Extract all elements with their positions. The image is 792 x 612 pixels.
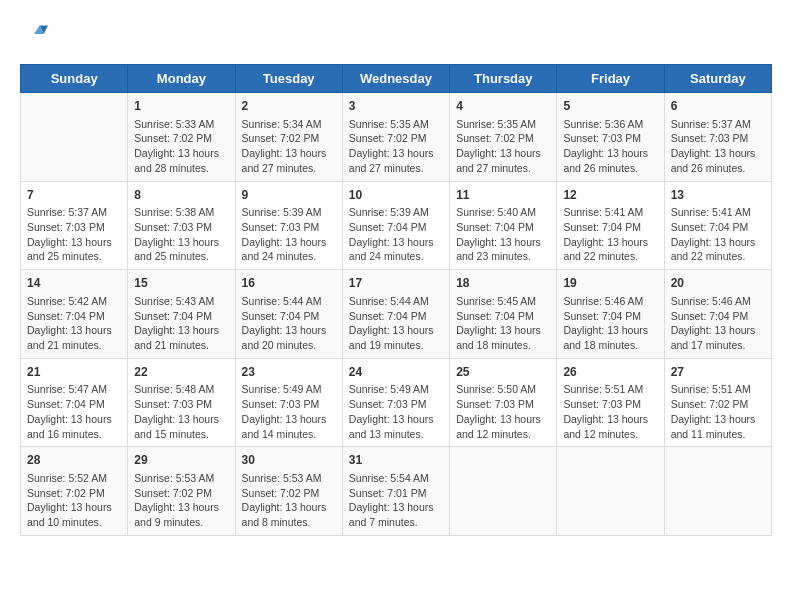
weekday-header-thursday: Thursday <box>450 65 557 93</box>
cell-content: Sunrise: 5:34 AMSunset: 7:02 PMDaylight:… <box>242 117 336 176</box>
calendar-cell: 1Sunrise: 5:33 AMSunset: 7:02 PMDaylight… <box>128 93 235 182</box>
day-number: 13 <box>671 187 765 204</box>
weekday-header-saturday: Saturday <box>664 65 771 93</box>
calendar-cell: 27Sunrise: 5:51 AMSunset: 7:02 PMDayligh… <box>664 358 771 447</box>
calendar-header: SundayMondayTuesdayWednesdayThursdayFrid… <box>21 65 772 93</box>
cell-content: Sunrise: 5:37 AMSunset: 7:03 PMDaylight:… <box>27 205 121 264</box>
logo <box>20 20 52 48</box>
day-number: 17 <box>349 275 443 292</box>
day-number: 18 <box>456 275 550 292</box>
calendar-cell: 11Sunrise: 5:40 AMSunset: 7:04 PMDayligh… <box>450 181 557 270</box>
calendar-cell: 7Sunrise: 5:37 AMSunset: 7:03 PMDaylight… <box>21 181 128 270</box>
calendar-cell: 5Sunrise: 5:36 AMSunset: 7:03 PMDaylight… <box>557 93 664 182</box>
calendar-cell: 14Sunrise: 5:42 AMSunset: 7:04 PMDayligh… <box>21 270 128 359</box>
cell-content: Sunrise: 5:44 AMSunset: 7:04 PMDaylight:… <box>349 294 443 353</box>
weekday-header-tuesday: Tuesday <box>235 65 342 93</box>
calendar-cell: 31Sunrise: 5:54 AMSunset: 7:01 PMDayligh… <box>342 447 449 536</box>
cell-content: Sunrise: 5:44 AMSunset: 7:04 PMDaylight:… <box>242 294 336 353</box>
cell-content: Sunrise: 5:46 AMSunset: 7:04 PMDaylight:… <box>563 294 657 353</box>
calendar-cell: 15Sunrise: 5:43 AMSunset: 7:04 PMDayligh… <box>128 270 235 359</box>
day-number: 27 <box>671 364 765 381</box>
cell-content: Sunrise: 5:49 AMSunset: 7:03 PMDaylight:… <box>242 382 336 441</box>
calendar-cell <box>557 447 664 536</box>
calendar-cell: 18Sunrise: 5:45 AMSunset: 7:04 PMDayligh… <box>450 270 557 359</box>
day-number: 8 <box>134 187 228 204</box>
day-number: 25 <box>456 364 550 381</box>
day-number: 15 <box>134 275 228 292</box>
calendar-body: 1Sunrise: 5:33 AMSunset: 7:02 PMDaylight… <box>21 93 772 536</box>
day-number: 21 <box>27 364 121 381</box>
calendar-cell: 10Sunrise: 5:39 AMSunset: 7:04 PMDayligh… <box>342 181 449 270</box>
calendar-week-4: 21Sunrise: 5:47 AMSunset: 7:04 PMDayligh… <box>21 358 772 447</box>
cell-content: Sunrise: 5:51 AMSunset: 7:02 PMDaylight:… <box>671 382 765 441</box>
cell-content: Sunrise: 5:47 AMSunset: 7:04 PMDaylight:… <box>27 382 121 441</box>
day-number: 24 <box>349 364 443 381</box>
day-number: 30 <box>242 452 336 469</box>
cell-content: Sunrise: 5:50 AMSunset: 7:03 PMDaylight:… <box>456 382 550 441</box>
calendar-cell: 9Sunrise: 5:39 AMSunset: 7:03 PMDaylight… <box>235 181 342 270</box>
cell-content: Sunrise: 5:38 AMSunset: 7:03 PMDaylight:… <box>134 205 228 264</box>
cell-content: Sunrise: 5:49 AMSunset: 7:03 PMDaylight:… <box>349 382 443 441</box>
calendar-cell: 26Sunrise: 5:51 AMSunset: 7:03 PMDayligh… <box>557 358 664 447</box>
calendar-week-3: 14Sunrise: 5:42 AMSunset: 7:04 PMDayligh… <box>21 270 772 359</box>
logo-icon <box>20 20 48 48</box>
weekday-header-friday: Friday <box>557 65 664 93</box>
calendar-cell: 3Sunrise: 5:35 AMSunset: 7:02 PMDaylight… <box>342 93 449 182</box>
cell-content: Sunrise: 5:40 AMSunset: 7:04 PMDaylight:… <box>456 205 550 264</box>
calendar-cell: 19Sunrise: 5:46 AMSunset: 7:04 PMDayligh… <box>557 270 664 359</box>
day-number: 1 <box>134 98 228 115</box>
day-number: 29 <box>134 452 228 469</box>
calendar-cell: 29Sunrise: 5:53 AMSunset: 7:02 PMDayligh… <box>128 447 235 536</box>
weekday-header-monday: Monday <box>128 65 235 93</box>
day-number: 14 <box>27 275 121 292</box>
calendar-cell: 24Sunrise: 5:49 AMSunset: 7:03 PMDayligh… <box>342 358 449 447</box>
cell-content: Sunrise: 5:53 AMSunset: 7:02 PMDaylight:… <box>242 471 336 530</box>
day-number: 6 <box>671 98 765 115</box>
day-number: 28 <box>27 452 121 469</box>
cell-content: Sunrise: 5:48 AMSunset: 7:03 PMDaylight:… <box>134 382 228 441</box>
cell-content: Sunrise: 5:41 AMSunset: 7:04 PMDaylight:… <box>671 205 765 264</box>
calendar-cell <box>450 447 557 536</box>
calendar-table: SundayMondayTuesdayWednesdayThursdayFrid… <box>20 64 772 536</box>
day-number: 12 <box>563 187 657 204</box>
calendar-cell: 21Sunrise: 5:47 AMSunset: 7:04 PMDayligh… <box>21 358 128 447</box>
day-number: 23 <box>242 364 336 381</box>
calendar-cell: 22Sunrise: 5:48 AMSunset: 7:03 PMDayligh… <box>128 358 235 447</box>
cell-content: Sunrise: 5:51 AMSunset: 7:03 PMDaylight:… <box>563 382 657 441</box>
cell-content: Sunrise: 5:52 AMSunset: 7:02 PMDaylight:… <box>27 471 121 530</box>
day-number: 22 <box>134 364 228 381</box>
day-number: 3 <box>349 98 443 115</box>
day-number: 2 <box>242 98 336 115</box>
cell-content: Sunrise: 5:45 AMSunset: 7:04 PMDaylight:… <box>456 294 550 353</box>
calendar-cell <box>664 447 771 536</box>
page-header <box>20 20 772 48</box>
weekday-header-wednesday: Wednesday <box>342 65 449 93</box>
cell-content: Sunrise: 5:36 AMSunset: 7:03 PMDaylight:… <box>563 117 657 176</box>
cell-content: Sunrise: 5:39 AMSunset: 7:03 PMDaylight:… <box>242 205 336 264</box>
day-number: 11 <box>456 187 550 204</box>
cell-content: Sunrise: 5:41 AMSunset: 7:04 PMDaylight:… <box>563 205 657 264</box>
calendar-cell: 20Sunrise: 5:46 AMSunset: 7:04 PMDayligh… <box>664 270 771 359</box>
calendar-week-5: 28Sunrise: 5:52 AMSunset: 7:02 PMDayligh… <box>21 447 772 536</box>
cell-content: Sunrise: 5:42 AMSunset: 7:04 PMDaylight:… <box>27 294 121 353</box>
cell-content: Sunrise: 5:39 AMSunset: 7:04 PMDaylight:… <box>349 205 443 264</box>
cell-content: Sunrise: 5:53 AMSunset: 7:02 PMDaylight:… <box>134 471 228 530</box>
cell-content: Sunrise: 5:46 AMSunset: 7:04 PMDaylight:… <box>671 294 765 353</box>
cell-content: Sunrise: 5:43 AMSunset: 7:04 PMDaylight:… <box>134 294 228 353</box>
weekday-row: SundayMondayTuesdayWednesdayThursdayFrid… <box>21 65 772 93</box>
calendar-week-2: 7Sunrise: 5:37 AMSunset: 7:03 PMDaylight… <box>21 181 772 270</box>
cell-content: Sunrise: 5:33 AMSunset: 7:02 PMDaylight:… <box>134 117 228 176</box>
day-number: 7 <box>27 187 121 204</box>
calendar-cell: 30Sunrise: 5:53 AMSunset: 7:02 PMDayligh… <box>235 447 342 536</box>
day-number: 9 <box>242 187 336 204</box>
calendar-cell: 13Sunrise: 5:41 AMSunset: 7:04 PMDayligh… <box>664 181 771 270</box>
calendar-cell: 4Sunrise: 5:35 AMSunset: 7:02 PMDaylight… <box>450 93 557 182</box>
calendar-cell <box>21 93 128 182</box>
cell-content: Sunrise: 5:35 AMSunset: 7:02 PMDaylight:… <box>456 117 550 176</box>
calendar-cell: 12Sunrise: 5:41 AMSunset: 7:04 PMDayligh… <box>557 181 664 270</box>
calendar-cell: 17Sunrise: 5:44 AMSunset: 7:04 PMDayligh… <box>342 270 449 359</box>
calendar-cell: 2Sunrise: 5:34 AMSunset: 7:02 PMDaylight… <box>235 93 342 182</box>
cell-content: Sunrise: 5:37 AMSunset: 7:03 PMDaylight:… <box>671 117 765 176</box>
cell-content: Sunrise: 5:35 AMSunset: 7:02 PMDaylight:… <box>349 117 443 176</box>
day-number: 4 <box>456 98 550 115</box>
